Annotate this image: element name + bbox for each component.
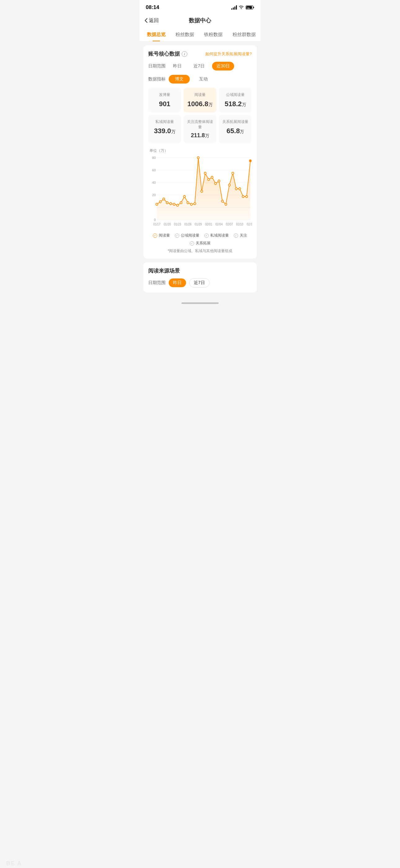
svg-text:40: 40	[152, 181, 156, 184]
tab-overview[interactable]: 数据总览	[142, 28, 171, 41]
svg-point-22	[184, 195, 186, 198]
signal-bars-icon	[231, 5, 237, 10]
indicator-btn-interaction[interactable]: 互动	[193, 75, 214, 84]
svg-point-30	[211, 176, 213, 179]
back-label: 返回	[149, 18, 159, 24]
svg-text:01/23: 01/23	[174, 223, 181, 226]
indicator-btn-post[interactable]: 博文	[169, 75, 190, 84]
home-indicator	[139, 300, 261, 305]
legend-relation: ✓ 关系拓展	[190, 241, 210, 246]
tab-iron-fans[interactable]: 铁粉数据	[199, 28, 228, 41]
tab-bar: 数据总览 粉丝数据 铁粉数据 粉丝群数据 视频数据	[139, 28, 261, 41]
read-source-date-row: 日期范围 昨日 近7日	[148, 278, 252, 287]
svg-text:02/04: 02/04	[215, 223, 223, 226]
svg-point-23	[187, 202, 189, 204]
svg-point-15	[159, 201, 161, 203]
svg-point-19	[173, 203, 175, 206]
svg-point-36	[232, 172, 234, 175]
date-range-selector: 日期范围 昨日 近7日 近30日	[148, 62, 252, 70]
svg-point-37	[235, 188, 237, 190]
main-content: 账号核心数据 i 如何提升关系拓展阅读量? 日期范围 昨日 近7日 近30日 数…	[139, 41, 261, 300]
svg-point-41	[249, 160, 251, 162]
stats-row-1: 发博量 901 阅读量 1006.8万 公域阅读量 518.2万	[148, 88, 252, 113]
legend-read: ✓ 阅读量	[153, 233, 170, 238]
svg-point-35	[228, 184, 230, 186]
stat-relation-expand-read: 关系拓展阅读量 65.8万	[219, 115, 252, 143]
svg-text:02/10: 02/10	[236, 223, 243, 226]
svg-point-18	[170, 203, 171, 205]
legend-follow-label: 关注	[240, 233, 247, 238]
chart-area: 80 60 40 20 0	[148, 155, 252, 229]
stats-row-2: 私域阅读量 339.0万 关注流整体阅读量 211.8万 关系拓展阅读量 65.…	[148, 115, 252, 143]
legend-public-read: ✓ 公域阅读量	[175, 233, 199, 238]
read-source-section: 阅读来源场景 日期范围 昨日 近7日	[143, 262, 257, 292]
read-source-btn-7days[interactable]: 近7日	[189, 278, 210, 287]
legend-check-private: ✓	[204, 234, 209, 238]
svg-point-20	[176, 204, 178, 207]
legend-private-read: ✓ 私域阅读量	[204, 233, 229, 238]
svg-point-26	[197, 157, 199, 159]
svg-text:01/20: 01/20	[164, 223, 171, 226]
nav-bar: 返回 数据中心	[139, 13, 261, 28]
svg-text:02/01: 02/01	[205, 223, 212, 226]
svg-point-38	[239, 188, 241, 190]
card-header: 账号核心数据 i 如何提升关系拓展阅读量?	[148, 50, 252, 57]
stat-follow-read: 关注流整体阅读量 211.8万	[184, 115, 216, 143]
info-icon[interactable]: i	[182, 51, 187, 57]
tab-fan-groups[interactable]: 粉丝群数据	[228, 28, 261, 41]
chart-svg: 80 60 40 20 0	[148, 155, 252, 229]
read-source-btn-yesterday[interactable]: 昨日	[169, 278, 186, 287]
legend-check-relation: ✓	[190, 241, 194, 246]
legend-relation-label: 关系拓展	[196, 241, 210, 246]
svg-text:76: 76	[247, 7, 249, 10]
svg-text:01/29: 01/29	[195, 223, 202, 226]
chart-footnote: *阅读量由公域、私域与其他阅读量组成	[148, 248, 252, 254]
read-source-date-label: 日期范围	[148, 280, 166, 286]
svg-text:20: 20	[152, 193, 156, 197]
stat-private-read: 私域阅读量 339.0万	[148, 115, 181, 143]
chart-container: 单位（万） 80 60 40 20 0	[148, 146, 252, 229]
legend-check-public: ✓	[175, 234, 179, 238]
legend-check-follow: ✓	[234, 234, 238, 238]
card-title: 账号核心数据 i	[148, 50, 187, 57]
date-btn-7days[interactable]: 近7日	[189, 62, 209, 70]
svg-text:80: 80	[152, 156, 156, 160]
svg-text:0: 0	[154, 218, 156, 222]
svg-point-21	[180, 202, 182, 204]
chart-legend: ✓ 阅读量 ✓ 公域阅读量 ✓ 私域阅读量 ✓ 关注 ✓ 关系拓展	[148, 233, 252, 246]
nav-back-button[interactable]: 返回	[144, 18, 159, 24]
legend-check-read: ✓	[153, 234, 157, 238]
read-source-title: 阅读来源场景	[148, 267, 252, 274]
svg-point-25	[194, 203, 196, 205]
stat-read-count: 阅读量 1006.8万	[184, 88, 216, 113]
svg-point-28	[204, 172, 206, 175]
legend-public-label: 公域阅读量	[181, 233, 199, 238]
svg-text:02/13: 02/13	[247, 223, 252, 226]
svg-point-16	[163, 198, 165, 200]
stat-post-count: 发博量 901	[148, 88, 181, 113]
svg-point-24	[190, 203, 192, 206]
wifi-icon	[239, 5, 244, 10]
data-indicator-selector: 数据指标 博文 互动	[148, 75, 252, 84]
svg-point-14	[156, 203, 158, 206]
indicator-label: 数据指标	[148, 76, 166, 82]
chart-unit-label: 单位（万）	[148, 148, 252, 153]
page-title: 数据中心	[189, 17, 211, 24]
svg-point-34	[225, 203, 227, 206]
svg-point-32	[218, 180, 220, 182]
date-range-label: 日期范围	[148, 63, 166, 69]
svg-text:01/26: 01/26	[184, 223, 191, 226]
svg-point-33	[222, 200, 223, 203]
status-time: 08:14	[146, 4, 159, 10]
status-bar: 08:14 76	[139, 0, 261, 13]
account-data-card: 账号核心数据 i 如何提升关系拓展阅读量? 日期范围 昨日 近7日 近30日 数…	[143, 45, 257, 258]
legend-private-label: 私域阅读量	[210, 233, 229, 238]
svg-point-29	[208, 179, 210, 181]
svg-point-31	[214, 183, 216, 185]
date-btn-yesterday[interactable]: 昨日	[169, 62, 186, 70]
date-btn-30days[interactable]: 近30日	[212, 62, 234, 70]
svg-point-40	[245, 195, 247, 198]
card-link[interactable]: 如何提升关系拓展阅读量?	[205, 51, 252, 57]
tab-fans[interactable]: 粉丝数据	[171, 28, 199, 41]
stat-public-read: 公域阅读量 518.2万	[219, 88, 252, 113]
